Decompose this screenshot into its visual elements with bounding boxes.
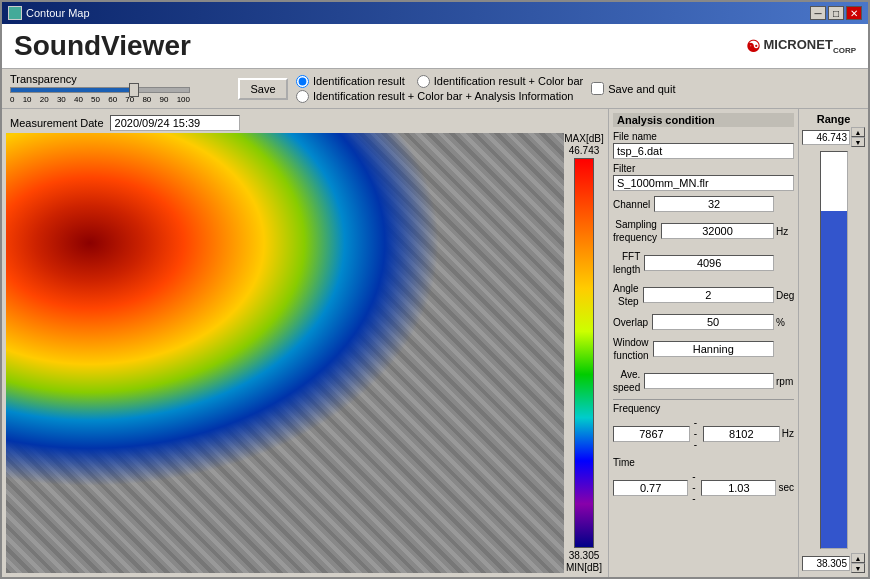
- freq-unit: Hz: [782, 428, 794, 439]
- fft-row: FFT length: [613, 249, 794, 277]
- range-max-spinner: ▲ ▼: [802, 127, 865, 147]
- range-min-down[interactable]: ▼: [851, 563, 865, 573]
- tick-marks: 0 10 20 30 40 50 60 70 80 90 100: [10, 95, 190, 104]
- file-name-input[interactable]: [613, 143, 794, 159]
- radio-id-color-analysis[interactable]: [296, 90, 309, 103]
- analysis-title: Analysis condition: [613, 113, 794, 127]
- range-title: Range: [817, 113, 851, 125]
- overlap-row: Overlap %: [613, 313, 794, 331]
- range-min-input[interactable]: [802, 556, 850, 571]
- range-bar-fill: [821, 211, 847, 548]
- angle-unit: Deg: [774, 290, 794, 301]
- sampling-row: Sampling frequency Hz: [613, 217, 794, 245]
- channel-label: Channel: [613, 198, 654, 211]
- range-max-up[interactable]: ▲: [851, 127, 865, 137]
- save-quit-checkbox[interactable]: [591, 82, 604, 95]
- transparency-slider[interactable]: [10, 87, 190, 93]
- range-min-spinner: ▲ ▼: [802, 553, 865, 573]
- save-quit-section: Save and quit: [591, 82, 675, 95]
- radio-label-1: Identification result: [313, 75, 405, 87]
- radio-row-1: Identification result Identification res…: [296, 75, 583, 88]
- sampling-label: Sampling frequency: [613, 218, 661, 244]
- fft-label: FFT length: [613, 250, 644, 276]
- maximize-button[interactable]: □: [828, 6, 844, 20]
- save-quit-label: Save and quit: [608, 83, 675, 95]
- range-max-spinbtns: ▲ ▼: [851, 127, 865, 147]
- radio-row-2: Identification result + Color bar + Anal…: [296, 90, 583, 103]
- titlebar-controls: ─ □ ✕: [810, 6, 862, 20]
- freq-min-input[interactable]: [613, 426, 690, 442]
- measurement-row: Measurement Date 2020/09/24 15:39: [6, 113, 604, 133]
- channel-value[interactable]: [654, 196, 774, 212]
- frequency-row: --- Hz: [613, 416, 794, 451]
- contour-image: [6, 133, 564, 573]
- file-name-field: File name: [613, 131, 794, 159]
- fft-value[interactable]: [644, 255, 774, 271]
- colorbar-min-value: 38.305: [569, 550, 600, 561]
- radio-label-3: Identification result + Color bar + Anal…: [313, 90, 573, 102]
- radio-id-color-bar[interactable]: [417, 75, 430, 88]
- angle-label: Angle Step: [613, 282, 643, 308]
- overlap-label: Overlap: [613, 316, 652, 329]
- filter-label: Filter: [613, 163, 794, 174]
- image-with-colorbar: MAX[dB] 46.743 38.305 MIN[dB]: [6, 133, 604, 573]
- angle-value[interactable]: [643, 287, 774, 303]
- colorbar-section: MAX[dB] 46.743 38.305 MIN[dB]: [564, 133, 604, 573]
- time-label: Time: [613, 457, 794, 468]
- sampling-unit: Hz: [774, 226, 794, 237]
- sampling-value[interactable]: [661, 223, 774, 239]
- range-min-spinbtns: ▲ ▼: [851, 553, 865, 573]
- titlebar: Contour Map ─ □ ✕: [2, 2, 868, 24]
- filter-input[interactable]: [613, 175, 794, 191]
- range-panel: Range ▲ ▼ ▲ ▼: [798, 109, 868, 577]
- channel-row: Channel: [613, 195, 794, 213]
- colorbar-max-value: 46.743: [569, 145, 600, 156]
- time-sep: ---: [690, 471, 699, 504]
- ave-speed-row: Ave. speed rpm: [613, 367, 794, 395]
- analysis-panel: Analysis condition File name Filter Chan…: [608, 109, 798, 577]
- window-title: Contour Map: [26, 7, 90, 19]
- filter-field: Filter: [613, 163, 794, 191]
- range-max-down[interactable]: ▼: [851, 137, 865, 147]
- window-inner: SoundViewer ☯ MICRONETCORP Transparency …: [2, 24, 868, 577]
- overlap-unit: %: [774, 317, 794, 328]
- colorbar-max-label: MAX[dB]: [564, 133, 603, 144]
- time-section: Time --- sec: [613, 455, 794, 505]
- colorbar: [574, 158, 594, 548]
- main-window: Contour Map ─ □ ✕ SoundViewer ☯ MICRONET…: [0, 0, 870, 579]
- window-row: Window function: [613, 335, 794, 363]
- ave-speed-unit: rpm: [774, 376, 794, 387]
- logo-icon: ☯: [746, 37, 760, 56]
- time-unit: sec: [778, 482, 794, 493]
- colorbar-min-label: MIN[dB]: [566, 562, 602, 573]
- range-max-input[interactable]: [802, 130, 850, 145]
- logo-text: MICRONETCORP: [764, 37, 856, 55]
- time-row: --- sec: [613, 470, 794, 505]
- measurement-value: 2020/09/24 15:39: [110, 115, 240, 131]
- slider-container: [10, 87, 230, 93]
- freq-sep: ---: [692, 417, 701, 450]
- window-value[interactable]: [653, 341, 774, 357]
- ave-speed-label: Ave. speed: [613, 368, 644, 394]
- window-icon: [8, 6, 22, 20]
- file-name-label: File name: [613, 131, 794, 142]
- measurement-label: Measurement Date: [10, 117, 104, 129]
- micronet-logo: ☯ MICRONETCORP: [746, 37, 856, 56]
- time-max-input[interactable]: [701, 480, 776, 496]
- close-button[interactable]: ✕: [846, 6, 862, 20]
- overlap-value[interactable]: [652, 314, 774, 330]
- range-bar-container: [820, 151, 848, 549]
- time-min-input[interactable]: [613, 480, 688, 496]
- radio-group: Identification result Identification res…: [296, 75, 583, 103]
- save-button[interactable]: Save: [238, 78, 288, 100]
- main-content: Measurement Date 2020/09/24 15:39 MAX[dB…: [2, 109, 868, 577]
- ave-speed-value[interactable]: [644, 373, 774, 389]
- image-container: [6, 133, 564, 573]
- range-min-up[interactable]: ▲: [851, 553, 865, 563]
- app-title: SoundViewer: [14, 30, 191, 62]
- minimize-button[interactable]: ─: [810, 6, 826, 20]
- titlebar-left: Contour Map: [8, 6, 90, 20]
- radio-label-2: Identification result + Color bar: [434, 75, 584, 87]
- freq-max-input[interactable]: [703, 426, 780, 442]
- radio-identification-result[interactable]: [296, 75, 309, 88]
